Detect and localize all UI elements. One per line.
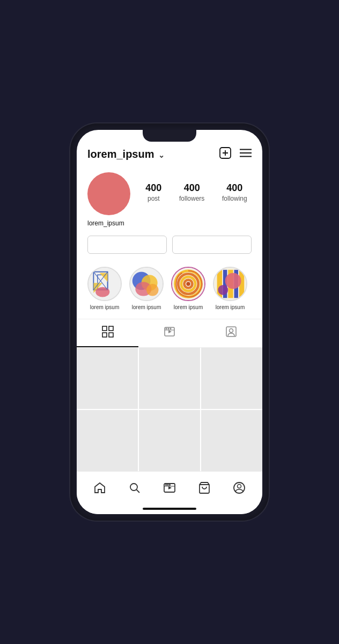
nav-search[interactable]: [123, 476, 146, 500]
following-number: 400: [226, 182, 242, 194]
tab-grid[interactable]: [77, 319, 138, 347]
posts-number: 400: [145, 182, 161, 194]
tagged-icon: [225, 326, 237, 340]
svg-point-50: [165, 484, 167, 486]
bottom-nav: [77, 471, 262, 503]
svg-point-41: [167, 328, 169, 330]
story-circle-4: [213, 267, 247, 301]
nav-home[interactable]: [88, 476, 112, 500]
following-label: following: [222, 195, 247, 202]
menu-button[interactable]: [240, 149, 252, 160]
svg-marker-48: [168, 486, 172, 489]
stories-row: lorem ipsum lorem ipsum: [77, 262, 262, 319]
svg-rect-33: [102, 326, 107, 331]
followers-number: 400: [184, 182, 200, 194]
avatar: [87, 172, 130, 215]
profile-section: lorem_ipsum 400 post 400 followers 400 f…: [77, 168, 262, 236]
story-circle-3: [171, 267, 205, 301]
svg-point-18: [146, 284, 159, 296]
story-circle-2: [129, 267, 164, 301]
svg-rect-36: [109, 333, 113, 337]
edit-profile-button[interactable]: [87, 236, 167, 254]
stat-following[interactable]: 400 following: [222, 182, 247, 202]
svg-point-51: [167, 484, 168, 486]
svg-rect-34: [109, 326, 113, 331]
tab-tagged[interactable]: [201, 319, 262, 347]
svg-point-11: [95, 287, 109, 297]
svg-point-32: [218, 285, 229, 295]
svg-point-44: [230, 329, 233, 333]
grid-cell-4[interactable]: [77, 410, 138, 471]
svg-marker-38: [168, 330, 172, 333]
nav-profile[interactable]: [227, 476, 251, 500]
svg-point-55: [238, 484, 241, 488]
phone-notch: [143, 130, 196, 142]
nav-reels[interactable]: [158, 476, 181, 500]
svg-rect-35: [102, 333, 107, 337]
story-circle-1: [87, 267, 122, 301]
chevron-down-icon[interactable]: [157, 148, 165, 160]
nav-shop[interactable]: [193, 476, 216, 500]
grid-cell-2[interactable]: [139, 348, 200, 409]
phone-frame: lorem_ipsum: [70, 123, 269, 521]
stat-followers[interactable]: 400 followers: [179, 182, 204, 202]
grid-cell-6[interactable]: [201, 410, 262, 471]
profile-buttons-row: [77, 236, 262, 262]
header-username-row: lorem_ipsum: [87, 148, 165, 160]
grid-cell-1[interactable]: [77, 348, 138, 409]
reels-icon: [164, 326, 175, 340]
story-label-3: lorem ipsum: [174, 304, 203, 310]
svg-line-46: [136, 489, 139, 493]
app-header: lorem_ipsum: [77, 143, 262, 168]
stats-row: 400 post 400 followers 400 following: [141, 182, 252, 202]
header-icons: [219, 147, 252, 162]
story-label-1: lorem ipsum: [90, 304, 119, 310]
grid-icon: [102, 326, 114, 340]
tab-reels[interactable]: [138, 319, 200, 347]
svg-point-24: [186, 282, 190, 286]
svg-point-42: [170, 328, 171, 330]
username-text: lorem_ipsum: [87, 148, 154, 160]
avatar-wrap: lorem_ipsum: [87, 172, 130, 227]
screen-content: lorem_ipsum: [77, 130, 262, 471]
svg-point-52: [169, 484, 171, 486]
home-bar: [143, 508, 196, 510]
profile-username: lorem_ipsum: [87, 219, 124, 227]
story-label-4: lorem ipsum: [216, 304, 245, 310]
followers-label: followers: [179, 195, 204, 202]
svg-point-40: [165, 328, 167, 330]
home-indicator: [77, 503, 262, 514]
share-profile-button[interactable]: [172, 236, 252, 254]
phone-screen: lorem_ipsum: [77, 130, 262, 514]
story-item-1[interactable]: lorem ipsum: [87, 267, 122, 310]
tabs-row: [77, 319, 262, 348]
story-item-3[interactable]: lorem ipsum: [171, 267, 205, 310]
grid-cell-5[interactable]: [139, 410, 200, 471]
add-post-button[interactable]: [219, 147, 231, 162]
svg-point-31: [225, 273, 241, 289]
story-label-2: lorem ipsum: [132, 304, 161, 310]
story-item-2[interactable]: lorem ipsum: [129, 267, 164, 310]
story-item-4[interactable]: lorem ipsum: [213, 267, 247, 310]
photo-grid: [77, 348, 262, 471]
svg-point-45: [130, 484, 137, 491]
posts-label: post: [148, 195, 160, 202]
grid-cell-3[interactable]: [201, 348, 262, 409]
stat-posts[interactable]: 400 post: [145, 182, 161, 202]
